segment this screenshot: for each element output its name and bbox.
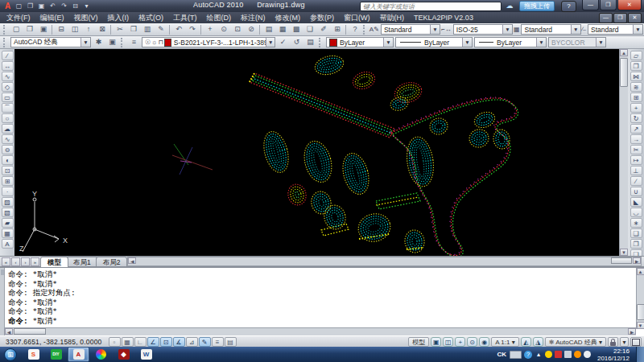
menu-item-7[interactable]: 绘图(D)	[202, 12, 237, 23]
canvas-horizontal-scrollbar[interactable]: ◀ ▶	[127, 257, 642, 266]
toolbar-grip[interactable]	[3, 38, 8, 47]
array-icon[interactable]: ⊞	[630, 93, 642, 102]
snap-toggle[interactable]: ▫	[109, 337, 121, 347]
save-icon[interactable]: ▣	[36, 2, 47, 10]
pan-icon[interactable]: +	[203, 23, 217, 36]
model-space-button[interactable]: 模型	[408, 337, 429, 347]
ortho-toggle[interactable]: ∟	[134, 337, 147, 347]
network-tray-icon[interactable]	[574, 351, 581, 358]
taskbar-clock[interactable]: 22:16 2016/12/12	[594, 348, 633, 362]
insert-block-icon[interactable]: ⊡	[2, 166, 14, 175]
dropdown-arrow-icon[interactable]: ▼	[536, 38, 546, 47]
tab-nav-icon-3[interactable]: ›	[21, 257, 30, 266]
dropdown-arrow-icon[interactable]: ▼	[462, 38, 472, 47]
join-icon[interactable]: ∪	[630, 187, 642, 196]
plot-icon[interactable]: ⊟	[70, 2, 80, 10]
player-tray-icon[interactable]	[555, 351, 562, 358]
annotation-visibility-icon[interactable]: ◭	[521, 337, 531, 347]
lineweight-dropdown[interactable]: ByLayer▼	[474, 37, 547, 47]
zoom-previous-icon[interactable]: ⊘	[244, 23, 258, 36]
menu-item-10[interactable]: 参数(P)	[305, 12, 339, 23]
undo-icon[interactable]: ↶	[171, 23, 185, 36]
dropdown-arrow-icon[interactable]: ▼	[430, 25, 440, 34]
match-properties-icon[interactable]: ✎	[154, 23, 167, 36]
ime-indicator[interactable]: CK	[497, 351, 506, 358]
osnap-toggle[interactable]: ⊡	[160, 337, 172, 347]
polar-toggle[interactable]: ∠	[147, 337, 159, 347]
close-button[interactable]: ✕	[617, 0, 642, 10]
scrollbar-thumb[interactable]	[637, 304, 644, 320]
new-icon[interactable]: ▢	[9, 23, 23, 36]
paste-icon[interactable]: ▥	[140, 23, 154, 36]
scrollbar-thumb[interactable]	[14, 328, 46, 335]
plot-preview-icon[interactable]: ◫	[68, 23, 81, 36]
designcenter-icon[interactable]: ▦	[275, 23, 289, 36]
scroll-up-icon[interactable]: ▲	[620, 49, 628, 56]
break-point-icon[interactable]: ⊥	[630, 166, 642, 175]
layer-lock-icon[interactable]: ⊓	[159, 39, 163, 46]
mirror-icon[interactable]: ⋈	[630, 72, 642, 81]
copy-clip-icon[interactable]: ❐	[126, 23, 140, 36]
scroll-down-icon[interactable]: ▼	[620, 249, 628, 256]
command-vertical-scrollbar[interactable]: ▲ ▼	[636, 268, 644, 329]
menu-item-4[interactable]: 插入(I)	[103, 12, 134, 23]
doc-minimize-button[interactable]: —	[599, 13, 613, 23]
menu-item-8[interactable]: 标注(N)	[236, 12, 270, 23]
workspace-settings-icon[interactable]: ✱	[92, 36, 105, 49]
sogou-input-app[interactable]: S	[23, 347, 44, 362]
battery-tray-icon[interactable]	[564, 351, 572, 358]
scroll-right-icon[interactable]: ▶	[633, 257, 641, 264]
copy-icon[interactable]: ❐	[630, 61, 642, 71]
send-to-back-icon[interactable]: ❐	[630, 239, 642, 249]
explode-icon[interactable]: ∗	[630, 218, 642, 228]
spline-icon[interactable]: ∿	[2, 134, 14, 144]
layer-states-icon[interactable]: ▤	[303, 36, 317, 49]
table-icon[interactable]: ▦	[2, 228, 14, 238]
dropdown-arrow-icon[interactable]: ▼	[633, 25, 642, 34]
tab-nav-icon-1[interactable]: «	[2, 257, 10, 266]
mleader-style-dropdown[interactable]: Standard▼	[588, 24, 643, 35]
scrollbar-thumb[interactable]	[611, 257, 632, 264]
color-dropdown[interactable]: ByLayer▼	[326, 37, 394, 47]
markup-icon[interactable]: ✐	[316, 23, 330, 36]
menu-item-9[interactable]: 修改(M)	[270, 12, 306, 23]
clean-screen-icon[interactable]	[630, 337, 642, 347]
start-button[interactable]: ⊞	[4, 348, 17, 361]
tab-模型[interactable]: 模型	[40, 257, 68, 267]
quick-view-layouts-icon[interactable]: ▣	[431, 337, 441, 347]
annotation-scale-button[interactable]: A 1:1 ▾	[491, 337, 518, 347]
redo-icon[interactable]: ↷	[59, 2, 69, 10]
canvas-vertical-scrollbar[interactable]: ▲ ▼	[619, 49, 628, 256]
tab-布局2[interactable]: 布局2	[96, 257, 128, 267]
3ddwf-icon[interactable]: ⊠	[95, 23, 109, 36]
new-file-icon[interactable]: ▢	[14, 2, 24, 10]
cut-icon[interactable]: ✂	[113, 23, 126, 36]
drawing-viewport[interactable]: YXZ	[14, 49, 619, 256]
rotate-icon[interactable]: ↻	[630, 113, 642, 123]
dropdown-arrow-icon[interactable]: ▼	[266, 38, 275, 47]
dropdown-arrow-icon[interactable]: ▼	[383, 38, 393, 47]
dropdown-arrow-icon[interactable]: ▼	[80, 38, 90, 47]
toolbar-grip[interactable]	[363, 25, 367, 35]
toolbar-lock-icon[interactable]	[608, 337, 618, 347]
save-icon[interactable]: ▣	[36, 23, 50, 36]
polyline-icon[interactable]: ∿	[2, 72, 14, 81]
command-window-splitter[interactable]	[0, 268, 5, 335]
menu-item-2[interactable]: 编辑(E)	[35, 12, 69, 23]
otrack-toggle[interactable]: ∡	[173, 337, 185, 347]
toolbar-grip[interactable]	[3, 25, 7, 35]
region-icon[interactable]: ▰	[2, 218, 14, 228]
move-icon[interactable]: +	[630, 103, 642, 113]
break-icon[interactable]: ∕	[630, 176, 642, 186]
extend-icon[interactable]: ↦	[630, 155, 642, 165]
menu-item-12[interactable]: 帮助(H)	[375, 12, 410, 23]
menu-item-3[interactable]: 视图(V)	[69, 12, 103, 23]
redo-icon[interactable]: ↷	[185, 23, 199, 36]
exchange-cloud-icon[interactable]: ☁	[502, 1, 517, 10]
infocenter-help-button[interactable]: ?	[561, 1, 576, 12]
layer-freeze-icon[interactable]: ☼	[151, 39, 157, 46]
dropdown-arrow-icon[interactable]: ▼	[502, 25, 512, 34]
scroll-left-icon[interactable]: ◀	[5, 328, 13, 335]
mtext-icon[interactable]: A	[2, 239, 14, 249]
dyn-toggle[interactable]: ✎	[199, 337, 211, 347]
